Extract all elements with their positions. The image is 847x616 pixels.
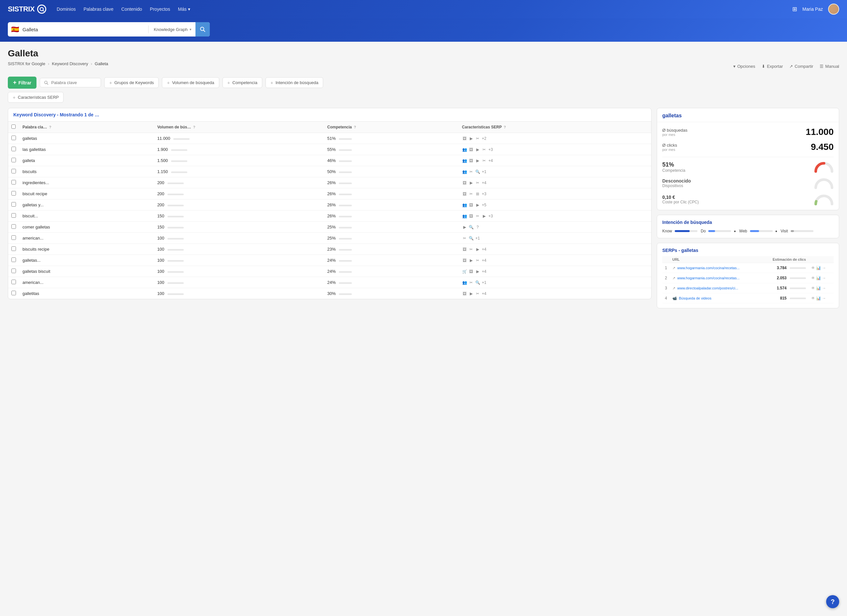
serp-icons-6: 👥🖼▶+5 bbox=[462, 202, 648, 208]
row-checkbox-4[interactable] bbox=[12, 180, 16, 185]
vol-num-7: 150 bbox=[157, 213, 165, 219]
table-row: ingredientes... 200 26% 🖼▶✂+4 bbox=[8, 177, 651, 188]
row-checkbox-0[interactable] bbox=[12, 136, 16, 140]
filters-row: + Filtrar + Grupos de Keywords + Volumen… bbox=[8, 77, 839, 89]
export-button[interactable]: ⬇ Exportar bbox=[761, 64, 783, 69]
serp-row-clicks-3: 815 bbox=[760, 293, 809, 303]
row-checkbox-1[interactable] bbox=[12, 147, 16, 151]
cpc-value: 0,10 € bbox=[662, 195, 810, 200]
filtrar-button[interactable]: + Filtrar bbox=[8, 77, 37, 89]
vol-num-10: 100 bbox=[157, 247, 165, 252]
vol-num-4: 200 bbox=[157, 180, 165, 185]
competencia-gauge bbox=[814, 161, 834, 173]
serp-row: 2 ↗ www.hogarmania.com/cocina/recetas...… bbox=[662, 273, 834, 283]
options-button[interactable]: ▾ Opciones bbox=[733, 64, 755, 69]
nav-dominios[interactable]: Dominios bbox=[57, 6, 75, 12]
serp-icons-10: 🖼✂▶+4 bbox=[462, 247, 648, 252]
caracteristicas-serp-filter[interactable]: + Características SERP bbox=[8, 92, 63, 103]
row-checkbox-6[interactable] bbox=[12, 202, 16, 207]
serp-row-clicks-2: 1.574 bbox=[760, 283, 809, 293]
comp-pct-10: 23% bbox=[328, 247, 336, 252]
row-checkbox-13[interactable] bbox=[12, 280, 16, 284]
intencion-filter[interactable]: + Intención de búsqueda bbox=[266, 77, 323, 88]
search-mode-selector[interactable]: Knowledge Graph ▾ bbox=[150, 27, 195, 32]
avatar[interactable] bbox=[828, 4, 839, 15]
intent-do-label: Do bbox=[701, 229, 705, 233]
row-checkbox-2[interactable] bbox=[12, 158, 16, 162]
table-title-count: 1 de … bbox=[84, 112, 99, 117]
serp-row-url-3[interactable]: 📹 Búsqueda de videos bbox=[670, 293, 760, 303]
busquedas-value: 11.000 bbox=[806, 127, 834, 137]
kw-text-11: galletas... bbox=[22, 258, 41, 263]
vol-num-13: 100 bbox=[157, 280, 165, 285]
vol-bar-8 bbox=[167, 227, 184, 229]
serp-icons-14: 🖼▶✂+4 bbox=[462, 291, 648, 296]
serp-row-url-1[interactable]: ↗ www.hogarmania.com/cocina/recetas... bbox=[670, 273, 760, 283]
row-checkbox-7[interactable] bbox=[12, 213, 16, 218]
breadcrumb-keyword-discovery[interactable]: Keyword Discovery bbox=[52, 61, 88, 66]
row-checkbox-10[interactable] bbox=[12, 247, 16, 251]
vol-bar-5 bbox=[167, 194, 184, 195]
vol-bar-4 bbox=[167, 183, 184, 184]
serp-row-url-2[interactable]: ↗ www.directoalpaladar.com/postres/ci... bbox=[670, 283, 760, 293]
comp-pct-8: 25% bbox=[328, 225, 336, 229]
search-bar: 🇪🇸 Knowledge Graph ▾ bbox=[8, 22, 210, 37]
clicks-sublabel: por mes bbox=[662, 148, 811, 152]
manual-button[interactable]: ☰ Manual bbox=[820, 64, 839, 69]
nav-mas[interactable]: Más ▾ bbox=[178, 6, 190, 12]
vol-bar-2 bbox=[171, 160, 187, 162]
serps-table: URL Estimación de clics 1 ↗ www.hogarman… bbox=[662, 256, 834, 303]
row-checkbox-14[interactable] bbox=[12, 291, 16, 295]
serp-row-num-3: 4 bbox=[662, 293, 670, 303]
kw-text-8: comer galletas bbox=[22, 225, 50, 229]
serp-icons-4: 🖼▶✂+4 bbox=[462, 180, 648, 185]
comp-pct-11: 24% bbox=[328, 258, 336, 263]
kw-text-12: galletas biscuit bbox=[22, 269, 50, 274]
svg-point-2 bbox=[200, 27, 204, 31]
select-all-checkbox[interactable] bbox=[12, 124, 16, 129]
table-title-static: Keyword Discovery - Mostrando bbox=[13, 112, 84, 117]
serps-section: SERPs - galletas URL Estimación de clics… bbox=[657, 243, 839, 308]
grupos-keywords-filter[interactable]: + Grupos de Keywords bbox=[104, 77, 159, 88]
nav-proyectos[interactable]: Proyectos bbox=[150, 6, 170, 12]
intent-visit-label: Visit bbox=[781, 229, 788, 233]
table-row: galletas... 100 24% 🖼▶✂+4 bbox=[8, 255, 651, 266]
row-checkbox-9[interactable] bbox=[12, 235, 16, 240]
clicks-value: 9.450 bbox=[811, 142, 834, 152]
serp-row-url-0[interactable]: ↗ www.hogarmania.com/cocina/recetas... bbox=[670, 263, 760, 273]
serp-icons-8: ▶🔍? bbox=[462, 225, 648, 230]
grid-icon[interactable]: ⊞ bbox=[792, 6, 797, 13]
col-palabra-clave: Palabra cla… ? bbox=[22, 125, 51, 129]
table-row: galleta 1.500 46% 👥🖼▶✂+4 bbox=[8, 155, 651, 166]
search-button[interactable] bbox=[195, 22, 210, 37]
serp-icons-0: 🖼▶✂+2 bbox=[462, 136, 648, 141]
row-checkbox-11[interactable] bbox=[12, 257, 16, 262]
row-checkbox-3[interactable] bbox=[12, 169, 16, 173]
kw-text-3: biscuits bbox=[22, 169, 37, 174]
col-competencia: Competencia ? bbox=[328, 125, 356, 129]
serps-col-clicks: Estimación de clics bbox=[760, 256, 809, 263]
intent-web-label: Web bbox=[739, 229, 747, 233]
metrics-card-title: galletas bbox=[657, 108, 839, 122]
row-checkbox-5[interactable] bbox=[12, 191, 16, 195]
breadcrumb-current: Galleta bbox=[95, 61, 108, 66]
row-checkbox-12[interactable] bbox=[12, 269, 16, 273]
volumen-busqueda-filter[interactable]: + Volumen de búsqueda bbox=[162, 77, 219, 88]
share-button[interactable]: ↗ Compartir bbox=[789, 64, 813, 69]
row-checkbox-8[interactable] bbox=[12, 224, 16, 229]
nav-palabras-clave[interactable]: Palabras clave bbox=[83, 6, 114, 12]
search-mode-label: Knowledge Graph bbox=[154, 27, 187, 32]
serps-title: SERPs - galletas bbox=[662, 248, 834, 253]
breadcrumb-sistrix[interactable]: SISTRIX for Google bbox=[8, 61, 45, 66]
serp-icons-9: ✂🔍+1 bbox=[462, 236, 648, 241]
keyword-search-input[interactable] bbox=[51, 80, 97, 85]
breadcrumb-actions: ▾ Opciones ⬇ Exportar ↗ Compartir ☰ Manu… bbox=[733, 64, 839, 69]
keyword-filter[interactable] bbox=[40, 78, 101, 87]
nav-contenido[interactable]: Contenido bbox=[121, 6, 142, 12]
logo[interactable]: SISTRIX bbox=[8, 4, 46, 14]
search-input[interactable] bbox=[22, 27, 147, 32]
serp-row-num-2: 3 bbox=[662, 283, 670, 293]
search-flag: 🇪🇸 bbox=[8, 25, 22, 33]
main-container: Galleta SISTRIX for Google › Keyword Dis… bbox=[0, 42, 847, 319]
competencia-filter[interactable]: + Competencia bbox=[223, 77, 262, 88]
